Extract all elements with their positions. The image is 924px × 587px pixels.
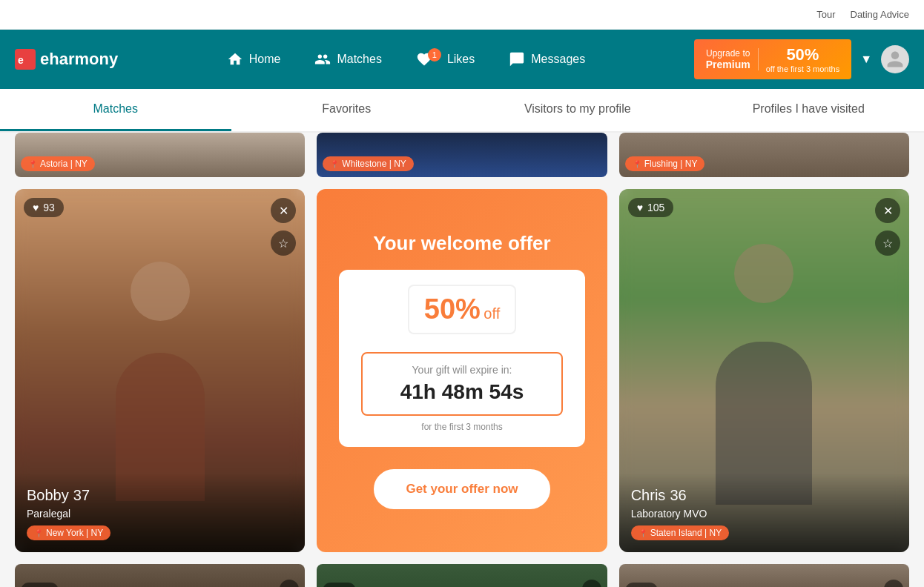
offer-months: for the first 3 months — [361, 422, 562, 432]
top-bar-links: Tour Dating Advice — [816, 9, 909, 20]
cards-section: 📍 Astoria | NY 📍 Whitestone | NY 📍 Flush… — [0, 133, 924, 587]
offer-card: Your welcome offer 50% off Your gift wil… — [317, 189, 607, 552]
upgrade-premium-button[interactable]: Upgrade to Premium 50% off the first 3 m… — [694, 39, 851, 79]
main-nav: e eharmony Home Matches 1 Likes Messages — [0, 30, 924, 89]
chris-star-button[interactable]: ☆ — [875, 231, 900, 256]
offer-percent: 50% — [424, 294, 481, 325]
nav-home[interactable]: Home — [214, 44, 294, 75]
bobby-name: Bobby 37 — [27, 485, 293, 505]
bobby-location: 📍 New York | NY — [27, 525, 293, 540]
chris-profession: Laboratory MVO — [631, 508, 897, 520]
partial-card-astoria: 📍 Astoria | NY — [15, 133, 305, 177]
profile-card-bobby: ♥ 93 ✕ ☆ Bobby 37 Paralegal 📍 New York |… — [15, 189, 305, 552]
nav-links: Home Matches 1 Likes Messages — [214, 44, 598, 75]
partial-card-whitestone: 📍 Whitestone | NY — [317, 133, 607, 177]
top-bar: Tour Dating Advice — [0, 0, 924, 30]
nav-matches[interactable]: Matches — [301, 44, 395, 75]
bottom-card-3: ♥ 99 › — [619, 564, 909, 587]
get-offer-button[interactable]: Get your offer now — [374, 469, 550, 509]
tab-profiles-visited[interactable]: Profiles I have visited — [693, 89, 925, 131]
chris-info: Chris 36 Laboratory MVO 📍 Staten Island … — [619, 474, 909, 552]
eharmony-logo-icon: e — [15, 49, 36, 70]
bobby-profession: Paralegal — [27, 508, 293, 520]
location-badge-astoria: 📍 Astoria | NY — [21, 156, 95, 171]
bottom-card-1-next[interactable]: › — [280, 580, 299, 587]
offer-title: Your welcome offer — [373, 232, 550, 255]
home-icon — [227, 51, 243, 67]
location-badge-flushing: 📍 Flushing | NY — [625, 156, 705, 171]
tabs: Matches Favorites Visitors to my profile… — [0, 89, 924, 133]
bottom-card-2-next[interactable]: › — [582, 580, 601, 587]
dating-advice-link[interactable]: Dating Advice — [851, 9, 910, 20]
offer-expire-text: Your gift will expire in: — [373, 364, 550, 376]
nav-right: Upgrade to Premium 50% off the first 3 m… — [694, 39, 909, 79]
likes-badge: 1 — [428, 48, 441, 62]
bobby-info: Bobby 37 Paralegal 📍 New York | NY — [15, 474, 305, 552]
matches-icon — [314, 51, 331, 67]
chris-name: Chris 36 — [631, 485, 897, 505]
messages-icon — [509, 51, 525, 67]
tab-matches[interactable]: Matches — [0, 89, 231, 131]
bottom-card-1: ♥ 107 › — [15, 564, 305, 587]
bottom-card-3-next[interactable]: › — [884, 580, 903, 587]
partial-card-flushing: 📍 Flushing | NY — [619, 133, 909, 177]
main-cards-row: ♥ 93 ✕ ☆ Bobby 37 Paralegal 📍 New York |… — [15, 189, 909, 552]
chris-location: 📍 Staten Island | NY — [631, 525, 897, 540]
tab-favorites[interactable]: Favorites — [231, 89, 463, 131]
nav-likes[interactable]: 1 Likes — [403, 44, 488, 75]
chris-close-button[interactable]: ✕ — [875, 198, 900, 223]
bottom-card-2: ♥ 36 › — [317, 564, 607, 587]
bobby-hearts: ♥ 93 — [24, 198, 64, 217]
avatar-icon — [885, 50, 905, 69]
offer-timer: 41h 48m 54s — [373, 380, 550, 404]
tour-link[interactable]: Tour — [816, 9, 835, 20]
tab-visitors[interactable]: Visitors to my profile — [462, 89, 693, 131]
chris-hearts: ♥ 105 — [628, 198, 674, 217]
nav-messages[interactable]: Messages — [495, 44, 598, 75]
top-partial-row: 📍 Astoria | NY 📍 Whitestone | NY 📍 Flush… — [15, 133, 909, 177]
offer-box: 50% off Your gift will expire in: 41h 48… — [339, 270, 584, 447]
bottom-partial-row: ♥ 107 › ♥ 36 › ♥ 99 › — [15, 564, 909, 587]
user-avatar[interactable] — [881, 45, 909, 73]
profile-card-chris: ♥ 105 ✕ ☆ Chris 36 Laboratory MVO 📍 Stat… — [619, 189, 909, 552]
svg-text:e: e — [18, 54, 24, 66]
location-badge-whitestone: 📍 Whitestone | NY — [323, 156, 413, 171]
profile-dropdown-arrow[interactable]: ▼ — [860, 53, 872, 66]
logo[interactable]: e eharmony — [15, 49, 118, 70]
offer-off: off — [484, 305, 500, 322]
